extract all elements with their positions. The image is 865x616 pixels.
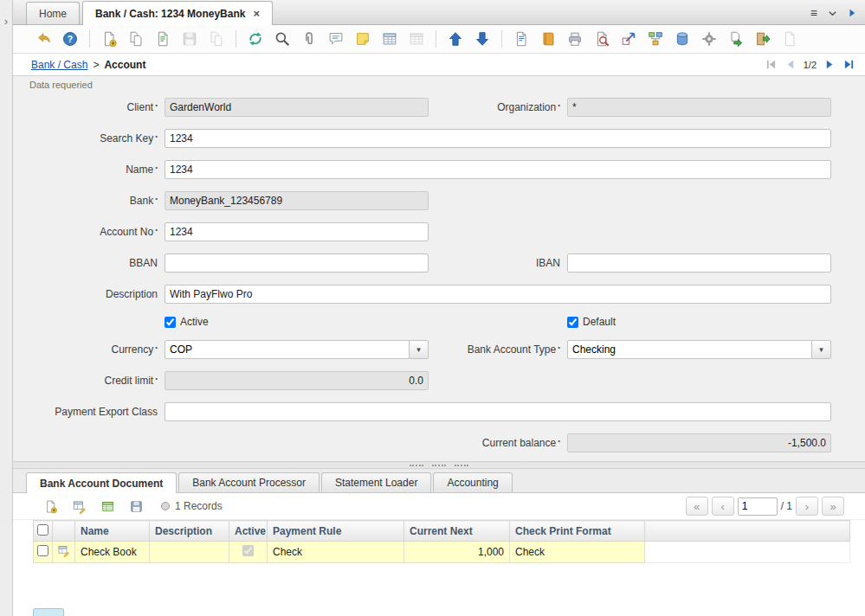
last-record-icon[interactable] xyxy=(843,59,855,70)
preferences-icon[interactable] xyxy=(698,28,720,50)
name-field[interactable] xyxy=(165,160,831,179)
active-checkbox[interactable] xyxy=(165,317,176,328)
record-count: 1 Records xyxy=(160,500,223,512)
chat-icon[interactable] xyxy=(325,28,347,50)
csv-import-icon xyxy=(405,28,428,50)
payment-export-class-field[interactable] xyxy=(165,402,831,421)
toggle-form-view-icon[interactable] xyxy=(39,495,61,517)
product-info-icon[interactable] xyxy=(671,28,694,50)
organization-label[interactable]: Organization xyxy=(497,101,560,113)
tab-accounting[interactable]: Accounting xyxy=(433,472,512,492)
save-and-create-icon xyxy=(178,28,201,50)
bank-account-type-field[interactable] xyxy=(567,340,812,359)
search-key-label: Search Key xyxy=(100,132,158,144)
record-navigation: 1/2 xyxy=(765,59,858,70)
select-row-checkbox[interactable] xyxy=(37,545,48,556)
breadcrumb-parent-link[interactable]: Bank / Cash xyxy=(31,59,87,71)
table-row[interactable]: Check Book Check 1,000 Check xyxy=(34,542,850,563)
detail-pane: Bank Account Document Bank Account Proce… xyxy=(13,469,865,616)
toolbar-separator xyxy=(501,30,502,48)
cell-payment-rule: Check xyxy=(268,542,404,563)
save-record-icon[interactable] xyxy=(152,28,174,50)
currency-label[interactable]: Currency xyxy=(112,343,158,356)
search-key-field[interactable] xyxy=(165,129,831,148)
edit-record-icon[interactable] xyxy=(68,495,90,517)
tab-home[interactable]: Home xyxy=(26,2,80,24)
copy-record-icon[interactable] xyxy=(125,28,147,50)
pager-next-icon: › xyxy=(796,497,818,516)
end-window-icon[interactable] xyxy=(752,28,774,50)
post-it-note-icon[interactable] xyxy=(352,28,374,50)
report-icon[interactable] xyxy=(510,28,533,50)
export-icon[interactable] xyxy=(725,28,747,50)
print-icon[interactable] xyxy=(564,28,586,50)
payment-export-class-label: Payment Export Class xyxy=(55,406,158,418)
sidebar-collapsed-panel[interactable]: › xyxy=(0,0,13,616)
toggle-grid-view-icon[interactable] xyxy=(378,28,401,50)
records-icon xyxy=(160,501,171,511)
process-icon xyxy=(778,28,801,50)
attachment-icon[interactable] xyxy=(298,28,320,50)
record-page-indicator: 1/2 xyxy=(804,60,817,70)
row-active-checkbox xyxy=(242,545,254,556)
next-section-partial xyxy=(33,608,64,616)
ignore-changes-icon[interactable] xyxy=(32,28,55,50)
tab-statement-loader[interactable]: Statement Loader xyxy=(321,472,431,492)
collapse-header-icon[interactable] xyxy=(828,9,837,18)
header-name[interactable]: Name xyxy=(75,521,150,542)
bank-account-type-combo: ▾ xyxy=(567,340,831,359)
currency-field[interactable] xyxy=(165,340,410,359)
tab-bank-cash[interactable]: Bank / Cash: 1234 MoneyBank × xyxy=(82,1,273,25)
header-current-next[interactable]: Current Next xyxy=(404,521,510,542)
toolbar-separator xyxy=(89,30,90,48)
detail-table-wrap: Name Description Active Payment Rule Cur… xyxy=(33,520,850,563)
bban-field[interactable] xyxy=(165,253,429,273)
iban-field[interactable] xyxy=(567,253,831,273)
next-record-icon[interactable] xyxy=(824,59,836,70)
status-bar: Data requeried xyxy=(13,76,865,93)
bank-account-type-dropdown-icon[interactable]: ▾ xyxy=(812,340,831,359)
header-active[interactable]: Active xyxy=(229,521,268,542)
detail-record-icon[interactable] xyxy=(471,28,494,50)
close-tab-icon[interactable]: × xyxy=(253,8,260,19)
breadcrumb-separator: > xyxy=(93,59,99,71)
new-record-icon[interactable] xyxy=(98,28,120,50)
archived-documents-icon[interactable] xyxy=(591,28,613,50)
select-all-checkbox[interactable] xyxy=(37,524,48,536)
view-record-icon[interactable] xyxy=(57,544,70,557)
description-field[interactable] xyxy=(165,285,831,304)
organization-field xyxy=(567,98,831,117)
scroll-tabs-icon[interactable] xyxy=(848,9,856,17)
account-no-field[interactable] xyxy=(165,222,429,241)
parent-record-icon[interactable] xyxy=(444,28,467,50)
pager-last-icon: » xyxy=(822,497,844,516)
expand-panel-icon[interactable]: › xyxy=(4,16,8,28)
default-checkbox[interactable] xyxy=(567,317,578,328)
header-payment-rule[interactable]: Payment Rule xyxy=(268,521,404,542)
currency-combo: ▾ xyxy=(165,340,429,359)
window-menu-icon[interactable]: ≡ xyxy=(810,7,817,19)
credit-limit-field xyxy=(165,371,429,390)
cell-name: Check Book xyxy=(75,542,150,563)
tab-bank-account-document[interactable]: Bank Account Document xyxy=(26,472,177,493)
bank-label[interactable]: Bank xyxy=(130,195,158,207)
delete-record-icon xyxy=(205,28,228,50)
zoom-across-icon[interactable] xyxy=(617,28,640,50)
window-tabbar: Home Bank / Cash: 1234 MoneyBank × ≡ xyxy=(13,0,865,25)
header-check-print-format[interactable]: Check Print Format xyxy=(510,521,645,542)
tab-bank-account-processor[interactable]: Bank Account Processor xyxy=(178,472,320,492)
client-label[interactable]: Client xyxy=(127,101,158,113)
pane-splitter[interactable] xyxy=(13,461,865,469)
find-record-icon[interactable] xyxy=(271,28,294,50)
currency-dropdown-icon[interactable]: ▾ xyxy=(410,340,429,359)
help-icon[interactable]: ? xyxy=(59,28,81,50)
workflow-icon[interactable] xyxy=(644,28,667,50)
requery-icon[interactable] xyxy=(244,28,267,50)
save-icon[interactable] xyxy=(125,495,147,517)
archive-icon[interactable] xyxy=(537,28,559,50)
main-toolbar: ? xyxy=(13,25,865,54)
pager-page-input[interactable] xyxy=(738,497,778,516)
name-label: Name xyxy=(126,164,158,176)
customize-grid-icon[interactable] xyxy=(96,495,119,517)
header-description[interactable]: Description xyxy=(150,521,229,542)
